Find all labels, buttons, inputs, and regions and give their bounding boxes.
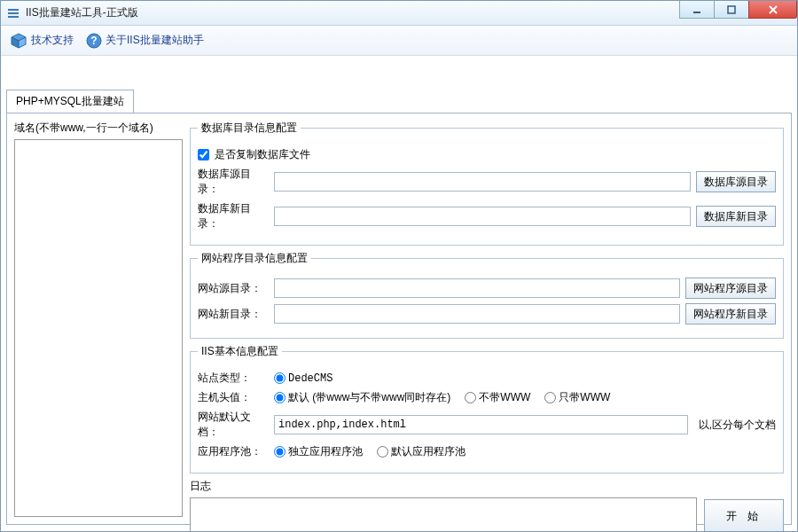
log-area: 日志 开始 <box>190 479 784 532</box>
default-doc-label: 网站默认文档： <box>198 410 269 440</box>
svg-rect-4 <box>728 6 735 13</box>
tab-strip: PHP+MYSQL批量建站 <box>6 90 792 113</box>
config-column: 数据库目录信息配置 是否复制数据库文件 数据库源目录： 数据库源目录 数据库新目… <box>190 121 784 517</box>
help-icon: ? <box>86 33 102 49</box>
window-title: IIS批量建站工具-正式版 <box>26 5 138 20</box>
toolbar: 技术支持 ? 关于IIS批量建站助手 <box>1 26 797 56</box>
site-src-label: 网站源目录： <box>198 281 269 296</box>
site-src-input[interactable] <box>274 278 680 298</box>
default-doc-suffix: 以,区分每个文档 <box>699 418 776 433</box>
about-label: 关于IIS批量建站助手 <box>106 33 204 48</box>
app-icon <box>6 6 20 20</box>
tab-php-mysql[interactable]: PHP+MYSQL批量建站 <box>6 90 134 113</box>
tabs-area: PHP+MYSQL批量建站 域名(不带www,一行一个域名) 数据库目录信息配置… <box>6 90 792 524</box>
app-pool-label: 应用程序池： <box>198 444 269 459</box>
domain-input[interactable] <box>14 139 183 517</box>
default-doc-input[interactable] <box>274 415 688 434</box>
svg-rect-0 <box>8 9 19 11</box>
domain-label: 域名(不带www,一行一个域名) <box>14 121 183 136</box>
site-new-label: 网站新目录： <box>198 307 269 322</box>
db-src-browse-button[interactable]: 数据库源目录 <box>696 171 776 192</box>
db-new-browse-button[interactable]: 数据库新目录 <box>696 206 776 227</box>
domain-column: 域名(不带www,一行一个域名) <box>14 121 183 517</box>
tech-support-label: 技术支持 <box>31 33 74 48</box>
app-pool-default[interactable]: 默认应用程序池 <box>377 444 466 459</box>
host-header-default[interactable]: 默认 (带www与不带www同时存在) <box>274 390 450 405</box>
host-header-label: 主机头值： <box>198 390 269 405</box>
svg-rect-2 <box>8 16 19 18</box>
about-button[interactable]: ? 关于IIS批量建站助手 <box>86 33 204 49</box>
db-config-group: 数据库目录信息配置 是否复制数据库文件 数据库源目录： 数据库源目录 数据库新目… <box>190 121 784 246</box>
db-new-input[interactable] <box>274 207 691 226</box>
host-header-no-www[interactable]: 不带WWW <box>465 390 530 405</box>
svg-rect-1 <box>8 12 19 14</box>
close-button[interactable] <box>748 1 797 19</box>
start-button[interactable]: 开始 <box>704 499 784 532</box>
site-type-dedecms[interactable]: DedeCMS <box>274 372 332 385</box>
iis-config-group: IIS基本信息配置 站点类型： DedeCMS 主机头值： 默认 (带www与不… <box>190 344 784 473</box>
site-type-label: 站点类型： <box>198 371 269 386</box>
copy-db-checkbox[interactable] <box>198 149 209 160</box>
svg-text:?: ? <box>90 35 97 47</box>
site-config-group: 网站程序目录信息配置 网站源目录： 网站程序源目录 网站新目录： 网站程序新目录 <box>190 251 784 339</box>
site-config-legend: 网站程序目录信息配置 <box>198 251 311 266</box>
minimize-button[interactable] <box>679 1 715 19</box>
site-new-input[interactable] <box>274 304 680 324</box>
maximize-button[interactable] <box>714 1 749 19</box>
db-new-label: 数据库新目录： <box>198 201 269 231</box>
db-src-label: 数据库源目录： <box>198 167 269 197</box>
db-config-legend: 数据库目录信息配置 <box>198 121 301 136</box>
titlebar: IIS批量建站工具-正式版 <box>1 1 797 26</box>
host-header-only-www[interactable]: 只带WWW <box>544 390 610 405</box>
cube-icon <box>10 32 27 50</box>
tech-support-button[interactable]: 技术支持 <box>10 32 74 50</box>
site-new-browse-button[interactable]: 网站程序新目录 <box>685 303 776 325</box>
db-src-input[interactable] <box>274 172 691 192</box>
site-src-browse-button[interactable]: 网站程序源目录 <box>685 278 776 299</box>
tab-body: 域名(不带www,一行一个域名) 数据库目录信息配置 是否复制数据库文件 数据库… <box>6 113 792 525</box>
window-controls <box>680 1 797 19</box>
copy-db-label: 是否复制数据库文件 <box>215 147 310 162</box>
log-label: 日志 <box>190 479 697 494</box>
iis-config-legend: IIS基本信息配置 <box>198 344 282 359</box>
log-output[interactable] <box>190 497 697 532</box>
app-pool-independent[interactable]: 独立应用程序池 <box>274 444 363 459</box>
